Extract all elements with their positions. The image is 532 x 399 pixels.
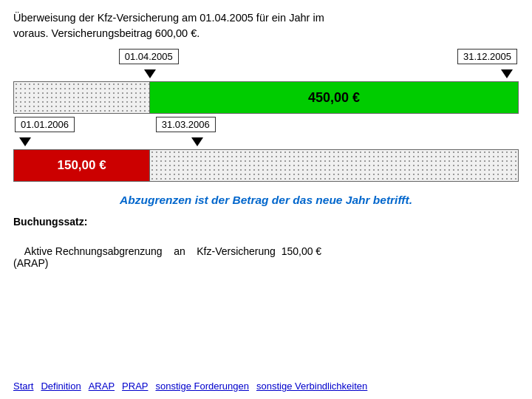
nav-link-sonstige-verbindlichkeiten[interactable]: sonstige Verbindlichkeiten <box>256 381 367 392</box>
buchung-entry: Aktive Rechnungsabgrenzung an Kfz-Versic… <box>13 233 519 281</box>
top-timeline-wrapper: 01.04.2005 31.12.2005 450,00 € <box>13 49 519 114</box>
bar-dotted-right <box>150 150 518 181</box>
nav-link-sonstige-forderungen[interactable]: sonstige Forderungen <box>155 381 248 392</box>
header-line1: Überweisung der Kfz-Versicherung am 01.0… <box>13 12 324 24</box>
bar-green: 450,00 € <box>150 82 518 113</box>
bottom-timeline-wrapper: 01.01.2006 31.03.2006 150,00 € <box>13 117 519 182</box>
header-text: Überweisung der Kfz-Versicherung am 01.0… <box>13 10 519 41</box>
nav-link-prap[interactable]: PRAP <box>122 381 148 392</box>
top-bar-row: 450,00 € <box>13 81 519 114</box>
arrow-down-end <box>501 69 513 78</box>
date-bottom-1-label: 01.01.2006 <box>15 117 75 132</box>
arrow-down-bottom-mid <box>191 137 203 146</box>
bottom-bar-row: 150,00 € <box>13 149 519 182</box>
date-end-label: 31.12.2005 <box>457 49 517 64</box>
bar-red: 150,00 € <box>14 150 150 181</box>
date-bottom-2-label: 31.03.2006 <box>156 117 216 132</box>
arrow-down-bottom-left <box>19 137 31 146</box>
arrow-down-start <box>144 69 156 78</box>
bar-dotted-left <box>14 82 150 113</box>
nav-link-definition[interactable]: Definition <box>41 381 81 392</box>
nav-link-arap[interactable]: ARAP <box>89 381 115 392</box>
header-line2: voraus. Versicherungsbeitrag 600,00 €. <box>13 27 200 39</box>
page-container: Überweisung der Kfz-Versicherung am 01.0… <box>0 0 532 399</box>
date-start-label: 01.04.2005 <box>119 49 179 64</box>
nav-link-start[interactable]: Start <box>13 381 33 392</box>
footer-nav: Start Definition ARAP PRAP sonstige Ford… <box>13 375 519 392</box>
buchung-label: Buchungssatz: <box>13 216 519 228</box>
abzug-text: Abzugrenzen ist der Betrag der das neue … <box>13 194 519 207</box>
